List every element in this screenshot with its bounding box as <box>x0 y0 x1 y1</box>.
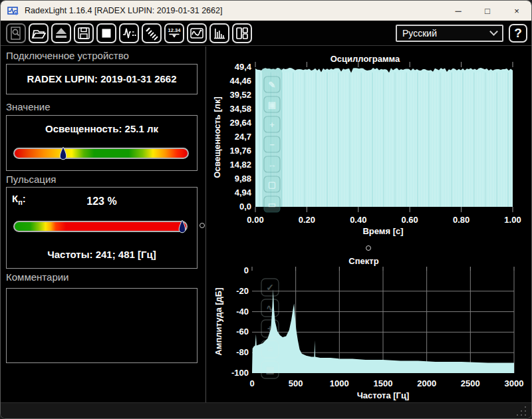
svg-text:↔: ↔ <box>268 160 277 170</box>
eject-button[interactable] <box>51 23 71 43</box>
resize-grip[interactable] <box>517 406 526 416</box>
kp-value: 123 % <box>7 196 197 208</box>
svg-text:9,88: 9,88 <box>235 174 251 184</box>
svg-text:2000: 2000 <box>417 378 436 388</box>
svg-text:1.00: 1.00 <box>504 215 521 225</box>
stop-icon <box>98 25 114 41</box>
svg-text:▣: ▣ <box>268 100 276 110</box>
svg-text:✎: ✎ <box>269 80 276 90</box>
oscillogram-view-button[interactable] <box>187 23 207 43</box>
language-dropdown[interactable]: Русский <box>396 25 503 42</box>
svg-text:≡: ≡ <box>267 344 273 354</box>
svg-text:4,94: 4,94 <box>235 188 252 198</box>
spectrum-icon <box>211 25 227 41</box>
svg-text:24,7: 24,7 <box>235 132 251 142</box>
svg-text:-60: -60 <box>236 327 249 337</box>
app-logo-icon <box>7 5 19 17</box>
pulsation-box: Кп: 123 % Частоты: 241; 481 [Гц] <box>6 187 198 269</box>
svg-text:12.34: 12.34 <box>168 27 182 33</box>
device-section-header: Подключенное устройство <box>6 50 129 61</box>
stop-button[interactable] <box>96 23 116 43</box>
brush-icon <box>144 25 160 41</box>
app-window: RadexLight 1.16.4 [RADEX LUPIN: 2019-01-… <box>0 0 532 419</box>
toolbar: 12.34 <box>1 21 531 46</box>
spectrum-title: Спектр <box>297 256 430 266</box>
spectrum-view-button[interactable] <box>209 23 229 43</box>
svg-text:▢: ▢ <box>268 180 276 190</box>
pulse-measure-button[interactable] <box>119 23 139 43</box>
svg-text:0.40: 0.40 <box>350 215 366 225</box>
open-file-button[interactable] <box>29 23 49 43</box>
panel-splitter[interactable] <box>205 47 206 402</box>
language-value: Русский <box>402 28 437 39</box>
chevron-down-icon <box>489 27 498 36</box>
svg-text:2500: 2500 <box>461 378 480 388</box>
open-folder-icon <box>31 25 47 41</box>
svg-text:-100: -100 <box>231 368 249 378</box>
svg-text:34,58: 34,58 <box>229 104 251 114</box>
panel-splitter-handle[interactable] <box>200 223 205 228</box>
svg-text:+: + <box>267 323 273 334</box>
svg-text:0,0: 0,0 <box>239 202 251 211</box>
kp-label: Кп: <box>12 193 26 206</box>
status-bar <box>1 402 531 419</box>
svg-text:-40: -40 <box>236 307 249 317</box>
comments-section-header: Комментарии <box>6 271 68 283</box>
svg-text:0: 0 <box>249 378 254 388</box>
svg-text:1000: 1000 <box>330 378 349 388</box>
svg-text:44,46: 44,46 <box>229 76 251 86</box>
minimize-button[interactable]: ─ <box>444 1 473 21</box>
svg-text:49,4: 49,4 <box>235 62 252 72</box>
pulsation-scale-bar <box>13 221 188 232</box>
help-button[interactable]: ? <box>509 24 527 43</box>
pulse-measure-icon <box>121 25 137 41</box>
value-box: Освещенность: 25.1 лк <box>6 115 198 171</box>
svg-text:−: − <box>269 140 275 150</box>
svg-text:19,76: 19,76 <box>229 146 251 156</box>
illuminance-marker-icon <box>59 146 67 162</box>
spectrum-xlabel: Частота [Гц] <box>317 390 450 400</box>
svg-text:0.80: 0.80 <box>453 215 469 225</box>
search-device-button[interactable] <box>6 23 26 43</box>
close-button[interactable]: × <box>502 1 531 21</box>
pulsation-section-header: Пульсация <box>6 174 56 185</box>
illuminance-reading: Освещенность: 25.1 лк <box>7 123 197 134</box>
svg-text:1500: 1500 <box>374 378 393 388</box>
device-name: RADEX LUPIN: 2019-01-31 2662 <box>7 65 197 94</box>
svg-text:0.00: 0.00 <box>247 215 263 225</box>
svg-text:14,82: 14,82 <box>229 160 251 170</box>
save-icon <box>76 25 92 41</box>
device-box: RADEX LUPIN: 2019-01-31 2662 <box>6 64 198 94</box>
svg-text:39,52: 39,52 <box>229 90 251 100</box>
svg-text:3000: 3000 <box>505 378 524 388</box>
oscillogram-icon <box>189 25 205 41</box>
pulsation-marker-icon <box>178 219 186 235</box>
svg-text:▦: ▦ <box>265 364 274 375</box>
chart-splitter-handle[interactable] <box>366 245 371 251</box>
layout-panels-button[interactable] <box>232 23 252 43</box>
svg-text:∿: ∿ <box>266 303 274 313</box>
digital-display-icon: 12.34 <box>166 25 182 41</box>
svg-text:0: 0 <box>244 265 249 275</box>
oscillogram-plot: ✎▣+−↔▢▭0.000.200.400.600.801.0049,444,46… <box>208 59 526 233</box>
maximize-button[interactable]: □ <box>473 1 502 21</box>
svg-text:✓: ✓ <box>266 282 274 293</box>
oscillogram-xlabel: Время [с] <box>317 226 450 236</box>
layout-panels-icon <box>234 25 250 41</box>
svg-text:-20: -20 <box>236 286 249 296</box>
brush-button[interactable] <box>142 23 162 43</box>
window-title: RadexLight 1.16.4 [RADEX LUPIN: 2019-01-… <box>25 6 222 15</box>
comments-input[interactable] <box>6 288 198 363</box>
save-button[interactable] <box>74 23 94 43</box>
spectrum-plot: ✓∿+≡▦0500100015002000250030000-20-40-60-… <box>208 265 526 390</box>
frequencies-value: Частоты: 241; 481 [Гц] <box>7 249 197 260</box>
svg-text:500: 500 <box>289 378 303 388</box>
search-device-icon <box>8 25 24 41</box>
digital-display-button[interactable]: 12.34 <box>164 23 184 43</box>
eject-icon <box>53 25 69 41</box>
svg-text:▭: ▭ <box>268 200 276 210</box>
svg-text:0.60: 0.60 <box>402 215 418 225</box>
value-section-header: Значение <box>6 101 51 112</box>
svg-text:0.20: 0.20 <box>299 215 315 225</box>
svg-text:-80: -80 <box>236 347 249 357</box>
